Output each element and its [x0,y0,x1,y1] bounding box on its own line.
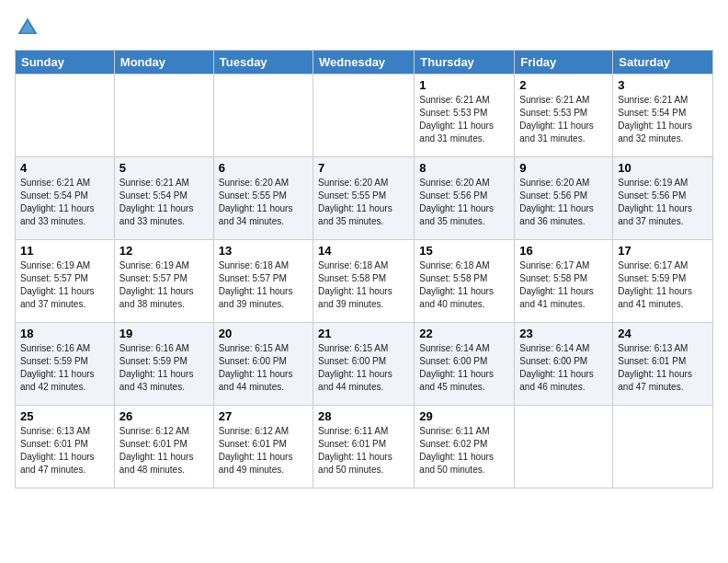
day-info: Sunrise: 6:21 AM Sunset: 5:54 PM Dayligh… [119,177,209,228]
day-info: Sunrise: 6:16 AM Sunset: 5:59 PM Dayligh… [119,342,209,394]
day-info: Sunrise: 6:20 AM Sunset: 5:55 PM Dayligh… [219,177,308,228]
calendar-cell: 2Sunrise: 6:21 AM Sunset: 5:53 PM Daylig… [515,75,613,157]
day-number: 2 [519,78,608,92]
calendar-cell: 5Sunrise: 6:21 AM Sunset: 5:54 PM Daylig… [114,157,213,240]
day-info: Sunrise: 6:19 AM Sunset: 5:56 PM Dayligh… [618,177,708,228]
day-info: Sunrise: 6:20 AM Sunset: 5:55 PM Dayligh… [318,177,409,228]
day-number: 15 [419,244,509,258]
day-info: Sunrise: 6:21 AM Sunset: 5:53 PM Dayligh… [519,94,608,145]
day-info: Sunrise: 6:12 AM Sunset: 6:01 PM Dayligh… [219,425,308,477]
day-info: Sunrise: 6:18 AM Sunset: 5:58 PM Dayligh… [419,259,509,311]
day-number: 19 [119,327,209,340]
day-number: 28 [318,409,409,423]
day-number: 16 [519,244,608,258]
day-number: 23 [519,327,608,340]
day-number: 22 [419,327,509,340]
day-number: 7 [318,161,409,175]
calendar-cell: 7Sunrise: 6:20 AM Sunset: 5:55 PM Daylig… [313,157,415,240]
day-number: 1 [419,78,509,92]
calendar-cell: 6Sunrise: 6:20 AM Sunset: 5:55 PM Daylig… [213,157,313,240]
day-number: 13 [219,244,308,258]
calendar-cell: 1Sunrise: 6:21 AM Sunset: 5:53 PM Daylig… [415,75,515,157]
day-number: 27 [219,409,308,423]
day-info: Sunrise: 6:21 AM Sunset: 5:53 PM Dayligh… [419,94,509,145]
calendar-cell: 8Sunrise: 6:20 AM Sunset: 5:56 PM Daylig… [415,157,515,240]
calendar-cell: 23Sunrise: 6:14 AM Sunset: 6:00 PM Dayli… [515,323,613,406]
day-number: 11 [20,244,109,258]
calendar-cell: 15Sunrise: 6:18 AM Sunset: 5:58 PM Dayli… [415,240,515,323]
day-number: 18 [20,327,109,340]
calendar-week-row: 4Sunrise: 6:21 AM Sunset: 5:54 PM Daylig… [16,157,713,240]
calendar-cell: 17Sunrise: 6:17 AM Sunset: 5:59 PM Dayli… [613,240,713,323]
day-info: Sunrise: 6:19 AM Sunset: 5:57 PM Dayligh… [20,259,109,311]
calendar-cell: 13Sunrise: 6:18 AM Sunset: 5:57 PM Dayli… [213,240,313,323]
day-info: Sunrise: 6:17 AM Sunset: 5:58 PM Dayligh… [519,259,608,311]
day-number: 4 [20,161,109,175]
header [15,15,713,40]
calendar-cell: 20Sunrise: 6:15 AM Sunset: 6:00 PM Dayli… [213,323,313,406]
calendar-week-row: 11Sunrise: 6:19 AM Sunset: 5:57 PM Dayli… [16,240,713,323]
day-info: Sunrise: 6:15 AM Sunset: 6:00 PM Dayligh… [318,342,409,394]
calendar-cell: 19Sunrise: 6:16 AM Sunset: 5:59 PM Dayli… [114,323,213,406]
day-number: 20 [219,327,308,340]
day-of-week-header: Monday [114,51,213,75]
calendar-cell: 10Sunrise: 6:19 AM Sunset: 5:56 PM Dayli… [613,157,713,240]
day-info: Sunrise: 6:19 AM Sunset: 5:57 PM Dayligh… [119,259,209,311]
day-info: Sunrise: 6:15 AM Sunset: 6:00 PM Dayligh… [219,342,308,394]
calendar-cell [114,75,213,157]
day-info: Sunrise: 6:20 AM Sunset: 5:56 PM Dayligh… [419,177,509,228]
calendar-cell: 26Sunrise: 6:12 AM Sunset: 6:01 PM Dayli… [114,406,213,488]
calendar-cell: 21Sunrise: 6:15 AM Sunset: 6:00 PM Dayli… [313,323,415,406]
calendar-cell [313,75,415,157]
day-info: Sunrise: 6:14 AM Sunset: 6:00 PM Dayligh… [419,342,509,394]
calendar-cell: 14Sunrise: 6:18 AM Sunset: 5:58 PM Dayli… [313,240,415,323]
day-of-week-header: Saturday [613,51,713,75]
day-number: 9 [519,161,608,175]
calendar-cell [515,406,613,488]
calendar-table: SundayMondayTuesdayWednesdayThursdayFrid… [15,50,713,488]
calendar-cell: 29Sunrise: 6:11 AM Sunset: 6:02 PM Dayli… [415,406,515,488]
calendar-cell: 22Sunrise: 6:14 AM Sunset: 6:00 PM Dayli… [415,323,515,406]
day-number: 17 [618,244,708,258]
calendar-header-row: SundayMondayTuesdayWednesdayThursdayFrid… [16,51,713,75]
calendar-cell [16,75,115,157]
calendar-cell: 3Sunrise: 6:21 AM Sunset: 5:54 PM Daylig… [613,75,713,157]
calendar-cell: 28Sunrise: 6:11 AM Sunset: 6:01 PM Dayli… [313,406,415,488]
day-of-week-header: Friday [515,51,613,75]
day-info: Sunrise: 6:18 AM Sunset: 5:58 PM Dayligh… [318,259,409,311]
calendar-week-row: 25Sunrise: 6:13 AM Sunset: 6:01 PM Dayli… [16,406,713,488]
logo [15,15,44,40]
calendar-cell: 4Sunrise: 6:21 AM Sunset: 5:54 PM Daylig… [16,157,115,240]
calendar-cell: 18Sunrise: 6:16 AM Sunset: 5:59 PM Dayli… [16,323,115,406]
day-info: Sunrise: 6:20 AM Sunset: 5:56 PM Dayligh… [519,177,608,228]
day-number: 5 [119,161,209,175]
day-info: Sunrise: 6:21 AM Sunset: 5:54 PM Dayligh… [20,177,109,228]
day-info: Sunrise: 6:21 AM Sunset: 5:54 PM Dayligh… [618,94,708,145]
day-number: 12 [119,244,209,258]
calendar-week-row: 1Sunrise: 6:21 AM Sunset: 5:53 PM Daylig… [16,75,713,157]
day-of-week-header: Wednesday [313,51,415,75]
logo-icon [15,15,40,40]
day-number: 14 [318,244,409,258]
calendar-cell: 11Sunrise: 6:19 AM Sunset: 5:57 PM Dayli… [16,240,115,323]
calendar-cell [613,406,713,488]
calendar-cell: 9Sunrise: 6:20 AM Sunset: 5:56 PM Daylig… [515,157,613,240]
day-number: 25 [20,409,109,423]
day-number: 10 [618,161,708,175]
day-info: Sunrise: 6:16 AM Sunset: 5:59 PM Dayligh… [20,342,109,394]
day-number: 21 [318,327,409,340]
day-number: 26 [119,409,209,423]
calendar-cell: 25Sunrise: 6:13 AM Sunset: 6:01 PM Dayli… [16,406,115,488]
day-info: Sunrise: 6:11 AM Sunset: 6:02 PM Dayligh… [419,425,509,477]
calendar-cell: 27Sunrise: 6:12 AM Sunset: 6:01 PM Dayli… [213,406,313,488]
day-number: 24 [618,327,708,340]
calendar-cell [213,75,313,157]
day-of-week-header: Sunday [16,51,115,75]
calendar-week-row: 18Sunrise: 6:16 AM Sunset: 5:59 PM Dayli… [16,323,713,406]
day-of-week-header: Tuesday [213,51,313,75]
day-number: 3 [618,78,708,92]
day-info: Sunrise: 6:17 AM Sunset: 5:59 PM Dayligh… [618,259,708,311]
day-of-week-header: Thursday [415,51,515,75]
day-info: Sunrise: 6:11 AM Sunset: 6:01 PM Dayligh… [318,425,409,477]
day-number: 6 [219,161,308,175]
